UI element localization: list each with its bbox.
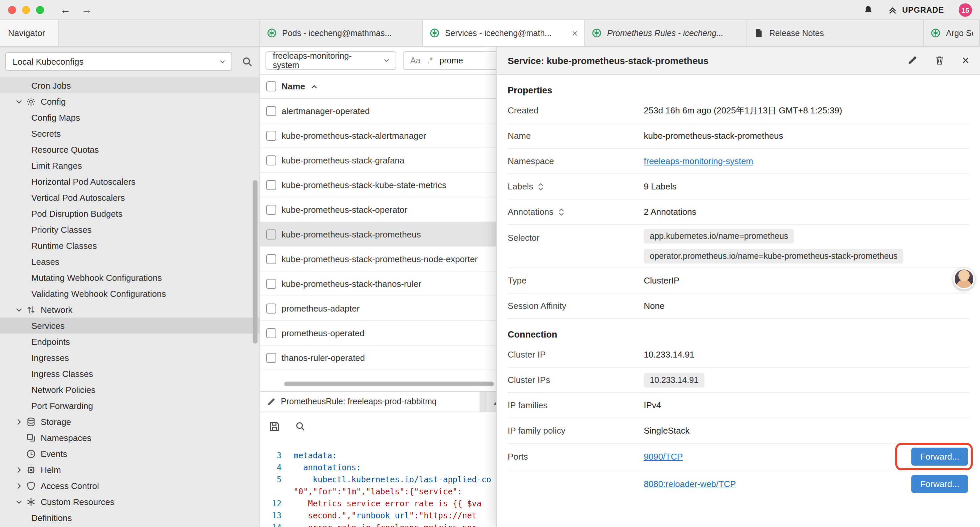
sidebar-item-ingress-classes[interactable]: Ingress Classes: [0, 366, 259, 382]
sidebar-item-secrets[interactable]: Secrets: [0, 126, 259, 142]
table-row-thanos-ruler-operated[interactable]: thanos-ruler-operated: [260, 345, 496, 370]
sidebar-item-ingresses[interactable]: Ingresses: [0, 350, 259, 366]
row-checkbox[interactable]: [266, 254, 276, 264]
window-zoom-button[interactable]: [36, 6, 44, 14]
editor-tab-prometheusrule[interactable]: PrometheusRule: freeleaps-prod-rabbitmq: [260, 392, 480, 412]
close-icon[interactable]: ×: [962, 54, 969, 67]
forward-button[interactable]: Forward...: [912, 474, 968, 493]
tab-prometheus-rules-icecheng[interactable]: Prometheus Rules - icecheng...: [585, 20, 747, 46]
sidebar-item-events[interactable]: Events: [0, 446, 259, 462]
tab-services-icecheng-math[interactable]: Services - icecheng@math...×: [423, 20, 585, 46]
sidebar-item-priority-classes[interactable]: Priority Classes: [0, 221, 259, 237]
chevron-down-icon[interactable]: [15, 497, 23, 506]
sidebar-item-leases[interactable]: Leases: [0, 253, 259, 269]
row-checkbox[interactable]: [266, 204, 276, 215]
chevron-down-icon[interactable]: [15, 97, 23, 106]
sidebar-item-services[interactable]: Services: [0, 318, 259, 334]
sidebar-item-config[interactable]: Config: [0, 93, 259, 110]
sidebar-item-limit-ranges[interactable]: Limit Ranges: [0, 158, 259, 174]
sidebar-item-horizontal-pod-autoscalers[interactable]: Horizontal Pod Autoscalers: [0, 174, 259, 189]
sidebar-item-endpoints[interactable]: Endpoints: [0, 334, 259, 350]
updown-icon[interactable]: [538, 182, 545, 191]
row-checkbox[interactable]: [266, 328, 276, 338]
editor-line[interactable]: 3metadata:: [260, 450, 496, 462]
sidebar-item-storage[interactable]: Storage: [0, 414, 259, 430]
row-checkbox[interactable]: [266, 155, 276, 165]
editor-search-icon[interactable]: [295, 421, 305, 431]
select-all-checkbox[interactable]: [266, 81, 276, 91]
match-case-toggle[interactable]: Aa: [410, 56, 421, 65]
notification-count-badge[interactable]: 15: [959, 3, 972, 16]
navigator-tab[interactable]: Navigator: [0, 20, 59, 46]
tab-pods-icecheng-mathmas[interactable]: Pods - icecheng@mathmas...: [260, 20, 423, 46]
regex-toggle[interactable]: .*: [427, 56, 433, 65]
tab-close-icon[interactable]: ×: [572, 27, 578, 39]
sidebar-item-port-forwarding[interactable]: Port Forwarding: [0, 398, 259, 414]
sidebar-item-cron-jobs[interactable]: Cron Jobs: [0, 77, 259, 93]
sidebar-item-runtime-classes[interactable]: Runtime Classes: [0, 237, 259, 253]
upgrade-button[interactable]: UPGRADE: [888, 5, 944, 14]
tab-release-notes[interactable]: Release Notes: [747, 20, 924, 46]
sidebar-item-helm[interactable]: Helm: [0, 462, 259, 478]
port-link[interactable]: 9090/TCP: [644, 452, 683, 462]
sidebar-item-mutating-webhook-configurations[interactable]: Mutating Webhook Configurations: [0, 269, 259, 285]
back-icon[interactable]: ←: [60, 4, 71, 15]
editor-tab-next-partial[interactable]: [486, 392, 496, 412]
row-checkbox[interactable]: [266, 106, 276, 116]
table-row-kube-prometheus-stack-kube-state-metrics[interactable]: kube-prometheus-stack-kube-state-metrics: [260, 173, 496, 197]
name-column-header[interactable]: Name: [282, 81, 305, 91]
search-input[interactable]: Aa .* prome: [403, 51, 496, 70]
namespace-link[interactable]: freeleaps-monitoring-system: [644, 156, 753, 166]
table-row-prometheus-adapter[interactable]: prometheus-adapter: [260, 296, 496, 321]
notifications-bell-icon[interactable]: [863, 4, 873, 15]
kubeconfig-select[interactable]: Local Kubeconfigs: [5, 52, 232, 71]
sidebar-item-validating-webhook-configurations[interactable]: Validating Webhook Configurations: [0, 285, 259, 301]
sidebar-item-namespaces[interactable]: Namespaces: [0, 430, 259, 446]
editor-line[interactable]: "0","for":"1m","labels":{"service":: [260, 486, 496, 498]
table-row-kube-prometheus-stack-alertmanager[interactable]: kube-prometheus-stack-alertmanager: [260, 123, 496, 148]
table-row-kube-prometheus-stack-grafana[interactable]: kube-prometheus-stack-grafana: [260, 148, 496, 173]
chevron-right-icon[interactable]: [15, 481, 23, 490]
sidebar-item-definitions[interactable]: Definitions: [0, 509, 259, 525]
sidebar-item-pod-disruption-budgets[interactable]: Pod Disruption Budgets: [0, 205, 259, 221]
row-checkbox[interactable]: [266, 279, 276, 288]
horizontal-scrollbar[interactable]: [284, 382, 494, 386]
sidebar-item-access-control[interactable]: Access Control: [0, 478, 259, 494]
row-checkbox[interactable]: [266, 180, 276, 190]
delete-service-icon[interactable]: [935, 56, 945, 65]
sidebar-item-network-policies[interactable]: Network Policies: [0, 382, 259, 398]
table-row-prometheus-operated[interactable]: prometheus-operated: [260, 321, 496, 345]
user-avatar[interactable]: [953, 268, 975, 290]
window-minimize-button[interactable]: [22, 6, 30, 14]
table-row-alertmanager-operated[interactable]: alertmanager-operated: [260, 99, 496, 123]
table-row-kube-prometheus-stack-prometheus-node-exporter[interactable]: kube-prometheus-stack-prometheus-node-ex…: [260, 247, 496, 272]
edit-service-icon[interactable]: [907, 56, 917, 65]
row-checkbox[interactable]: [266, 131, 276, 140]
forward-button[interactable]: Forward...: [912, 447, 968, 466]
sidebar-item-resource-quotas[interactable]: Resource Quotas: [0, 142, 259, 158]
namespace-filter-select[interactable]: freeleaps-monitoring-system: [266, 51, 396, 70]
editor-line[interactable]: 13 second.","runbook_url":"https://net: [260, 509, 496, 522]
editor-line[interactable]: 12 Metrics service error rate is {{ $va: [260, 498, 496, 509]
table-row-kube-prometheus-stack-operator[interactable]: kube-prometheus-stack-operator: [260, 197, 496, 222]
sidebar-scrollbar[interactable]: [253, 180, 258, 344]
sidebar-item-config-maps[interactable]: Config Maps: [0, 110, 259, 126]
window-close-button[interactable]: [8, 6, 16, 14]
chevron-right-icon[interactable]: [15, 465, 23, 474]
sidebar-item-custom-resources[interactable]: Custom Resources: [0, 494, 259, 509]
save-icon[interactable]: [269, 420, 280, 432]
sidebar-item-network[interactable]: Network: [0, 301, 259, 318]
chevron-down-icon[interactable]: [15, 305, 23, 314]
tab-argo-se[interactable]: Argo Se: [924, 20, 980, 46]
forward-icon[interactable]: →: [81, 4, 92, 15]
table-row-kube-prometheus-stack-thanos-ruler[interactable]: kube-prometheus-stack-thanos-ruler: [260, 272, 496, 296]
chevron-right-icon[interactable]: [15, 417, 23, 426]
editor-line[interactable]: 4 annotations:: [260, 462, 496, 474]
table-row-kube-prometheus-stack-prometheus[interactable]: kube-prometheus-stack-prometheus: [260, 222, 496, 247]
row-checkbox[interactable]: [266, 303, 276, 313]
port-link[interactable]: 8080:reloader-web/TCP: [644, 479, 736, 489]
row-checkbox[interactable]: [266, 353, 276, 363]
editor-line[interactable]: 14 error rate in freeleaps metrics ser: [260, 522, 496, 527]
sidebar-item-vertical-pod-autoscalers[interactable]: Vertical Pod Autoscalers: [0, 189, 259, 205]
row-checkbox[interactable]: [266, 229, 276, 239]
